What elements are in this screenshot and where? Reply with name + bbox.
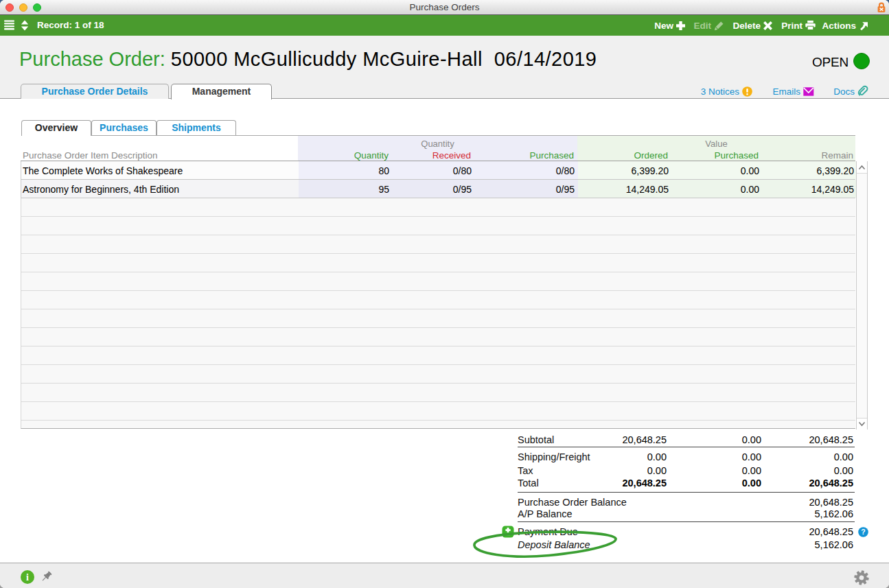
svg-text:i: i: [26, 572, 29, 583]
svg-text:?: ?: [861, 528, 865, 536]
